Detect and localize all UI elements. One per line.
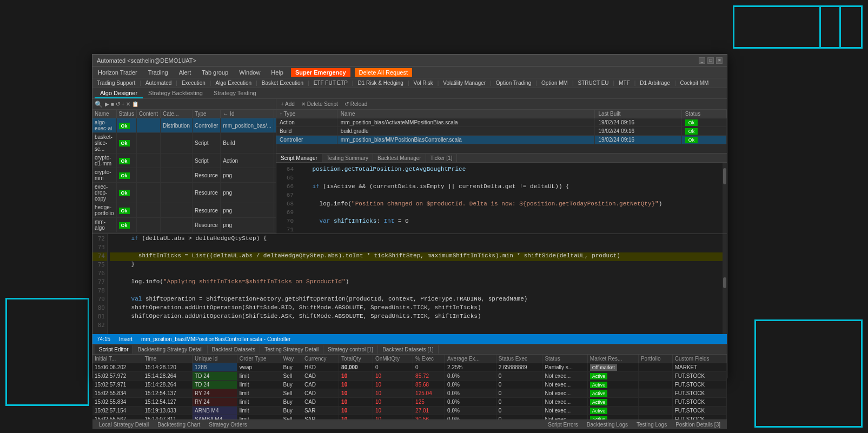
code-line: 67 — [279, 191, 725, 199]
tab-testing-strategy[interactable]: Testing Strategy Detail — [260, 345, 323, 354]
scrollbar-vertical[interactable] — [723, 163, 727, 234]
tab-script-errors[interactable]: Script Errors — [546, 422, 580, 428]
algo-content — [136, 218, 160, 232]
tab-position-details[interactable]: Position Details [3] — [673, 422, 723, 428]
toolbar-mtf[interactable]: MTF — [617, 79, 632, 86]
table-row[interactable]: mm-algo Ok Resource png slack.png Ok — [92, 218, 276, 232]
toolbar-execution[interactable]: Execution — [180, 79, 208, 86]
tab-strategy-testing[interactable]: Strategy Testing — [208, 89, 262, 98]
menu-tab-group[interactable]: Tab group — [198, 68, 231, 77]
menu-alert[interactable]: Alert — [176, 68, 195, 77]
order-type: limit — [237, 372, 281, 381]
order-total-qty: 10 — [339, 415, 373, 420]
tab-backtest-datasets-1[interactable]: Backtest Datasets [1] — [378, 345, 439, 354]
toolbar-d1-risk[interactable]: D1 Risk & Hedging — [355, 79, 405, 86]
menu-bar: Horizon Trader Trading Alert Tab group W… — [92, 66, 727, 78]
tab-local-strategy[interactable]: Local Strategy Detail — [97, 422, 151, 428]
tab-algo-designer[interactable]: Algo Designer — [95, 89, 143, 98]
menu-window[interactable]: Window — [236, 68, 263, 77]
algo-category — [160, 154, 192, 168]
order-portfolio: FUT.STOCK — [672, 372, 726, 381]
delete-request-button[interactable]: Delete All Request — [355, 68, 413, 77]
maximize-button[interactable]: □ — [707, 57, 714, 64]
code-text[interactable]: if (deltaUL.abs > deltaHedgeQtyStep) { s… — [108, 234, 727, 334]
code-line: } — [110, 261, 725, 270]
toolbar-struct-eu[interactable]: STRUCT EU — [576, 79, 611, 86]
tab-strategy-orders[interactable]: Strategy Orders — [207, 422, 249, 428]
algo-type: Resource — [193, 183, 221, 203]
col-unique-id: Unique id — [193, 355, 237, 363]
menu-help[interactable]: Help — [268, 68, 287, 77]
order-portfolio: FUT.STOCK — [672, 389, 726, 398]
code-editor[interactable]: 64 position.getTotalPosition.getAvgBough… — [276, 163, 727, 234]
col-status: Status — [116, 110, 136, 118]
table-row[interactable]: hedge-portfolio Ok Resource png flash-gr… — [92, 203, 276, 218]
order-market-res — [638, 398, 672, 407]
delete-script-button[interactable]: ✕ Delete Script — [299, 101, 340, 107]
code-line: 64 position.getTotalPosition.getAvgBough… — [279, 165, 725, 174]
outer-background: Automated <scathelin@DEMO1UAT> _ □ ✕ Hor… — [0, 0, 868, 433]
tab-backtest-manager[interactable]: Backtest Manager — [373, 154, 426, 162]
algo-table-container[interactable]: Name Status Content Cate... Type ← Id Me… — [92, 110, 276, 234]
scrollbar-thumb[interactable] — [723, 168, 726, 184]
toolbar-cockpit-mm[interactable]: Cockpit MM — [678, 79, 711, 86]
toolbar-trading-support[interactable]: Trading Support — [95, 79, 137, 86]
table-row[interactable]: exec-drop-copy Ok Resource png flash-blu… — [92, 183, 276, 203]
add-button[interactable]: + Add — [279, 101, 297, 107]
tab-backtest-datasets[interactable]: Backtest Datasets — [208, 345, 261, 354]
toolbar-option-mm[interactable]: Option MM — [539, 79, 570, 86]
scripts-table-container[interactable]: ↑ Type Name Last Built Status Action mm_… — [276, 110, 727, 153]
table-row[interactable]: 15:02:55.834 15:12:54.127 RY 24 limit Bu… — [92, 398, 727, 407]
col-order-type: Order Type — [237, 355, 281, 363]
scrollbar-thumb[interactable] — [723, 277, 726, 288]
table-row[interactable]: basket-slice-sc... Ok Script Build build… — [92, 133, 276, 154]
tab-strategy-backtesting[interactable]: Strategy Backtesting — [143, 89, 208, 98]
order-market-res — [638, 372, 672, 381]
tab-script-editor[interactable]: Script Editor — [95, 345, 133, 354]
table-row[interactable]: 15:02:55.567 15:14:07.811 SAMBA M4 limit… — [92, 415, 727, 420]
algo-type: Resource — [193, 218, 221, 232]
order-type: limit — [237, 407, 281, 415]
toolbar-basket-execution[interactable]: Basket Execution — [260, 79, 306, 86]
toolbar-vol-manager[interactable]: Volatility Manager — [441, 79, 488, 86]
toolbar-automated[interactable]: Automated — [143, 79, 174, 86]
table-row[interactable]: Build build.gradle 19/02/24 09:16 Ok — [276, 127, 727, 136]
toolbar-vol-risk[interactable]: Vol Risk — [412, 79, 435, 86]
tab-backtesting-logs[interactable]: Backtesting Logs — [585, 422, 630, 428]
algo-id: Action — [221, 154, 274, 168]
table-row[interactable]: 15:02:55.834 15:12:54.137 RY 24 limit Se… — [92, 389, 727, 398]
tab-script-manager[interactable]: Script Manager — [276, 154, 322, 162]
table-row[interactable]: Controller mm_position_bias/MMPositionBi… — [276, 136, 727, 144]
menu-horizon-trader[interactable]: Horizon Trader — [95, 68, 141, 77]
code-line: shiftOperation.addUnitOperation(ShiftSid… — [110, 304, 725, 313]
table-row[interactable]: 15:02:57.971 15:14:28.264 TD 24 limit Bu… — [92, 381, 727, 389]
table-row[interactable]: 15:06:06.202 15:14:28.120 1288 vwap Buy … — [92, 363, 727, 372]
tab-ticker[interactable]: Ticker [1] — [426, 154, 458, 162]
toolbar-algo-execution[interactable]: Algo Execution — [213, 79, 254, 86]
reload-button[interactable]: ↺ Reload — [342, 101, 369, 107]
super-emergency-button[interactable]: Super Emergency — [291, 68, 350, 77]
tab-testing-logs[interactable]: Testing Logs — [634, 422, 669, 428]
search-button[interactable]: 🔍 — [95, 101, 103, 108]
table-row[interactable]: 15:02:57.972 15:14:28.264 TD 24 limit Se… — [92, 372, 727, 381]
order-total-qty: 10 — [339, 372, 373, 381]
scrollbar-code[interactable] — [723, 234, 727, 334]
table-row[interactable]: Action mm_position_bias/ActivateMMPositi… — [276, 118, 727, 127]
tab-backtesting-chart[interactable]: Backtesting Chart — [155, 422, 202, 428]
table-row[interactable]: crypto-mm Ok Resource png chart-green.pn… — [92, 168, 276, 183]
minimize-button[interactable]: _ — [699, 57, 705, 64]
table-row[interactable]: crypto-d1-mm Ok Script Action mm_positio… — [92, 154, 276, 168]
table-row[interactable]: algo-exec-ai Ok Distribution Controller … — [92, 118, 276, 133]
toolbar-etf-fut-etp[interactable]: ETF FUT ETP — [312, 79, 350, 86]
tab-testing-summary[interactable]: Testing Summary — [322, 154, 373, 162]
order-id: TD 24 — [193, 381, 237, 389]
close-button[interactable]: ✕ — [716, 57, 723, 64]
menu-trading[interactable]: Trading — [145, 68, 171, 77]
tab-strategy-control[interactable]: Strategy control [1] — [323, 345, 378, 354]
algo-message: flash-blue.png — [274, 183, 276, 203]
order-portfolio: MARKET — [672, 363, 726, 372]
toolbar-d1-arbitrage[interactable]: D1 Arbitrage — [638, 79, 672, 86]
table-row[interactable]: 15:02:57.154 15:19:13.033 ARNB M4 limit … — [92, 407, 727, 415]
toolbar-option-trading[interactable]: Option Trading — [494, 79, 534, 86]
tab-backtesting-detail[interactable]: Backtesting Strategy Detail — [133, 345, 207, 354]
